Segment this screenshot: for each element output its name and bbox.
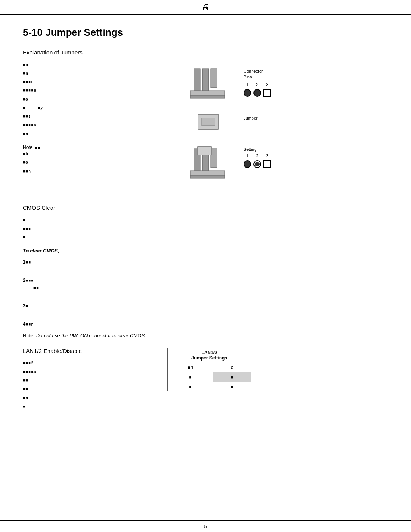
explanation-left: ■n ■h ■■■n ■■■■b ■o ■ ■y ■■s ■■■■o ■n No… — [23, 61, 183, 195]
cmos-section: CMOS Clear ■ ■■■ ■ To clear CMOS, 1■■ 2■… — [23, 204, 388, 339]
pin-circles-bottom — [244, 160, 271, 168]
pin-indicator-top: 3 2 1 — [244, 83, 271, 97]
step-3: 3■ — [23, 303, 388, 308]
pin-num-2b: 2 — [253, 154, 261, 158]
cmos-heading: CMOS Clear — [23, 204, 388, 211]
exp-note-line-2: ■o — [23, 159, 183, 166]
exp-line-4: ■■■■b — [23, 87, 183, 94]
connector-pins-label: ConnectorPins — [244, 69, 263, 80]
pin-num-2: 2 — [253, 83, 261, 87]
svg-rect-12 — [197, 147, 212, 155]
connector-diagram — [186, 65, 232, 195]
lan-table-row-1: ■ ■ — [168, 372, 251, 382]
exp-line-1: ■n — [23, 61, 183, 68]
svg-rect-0 — [194, 69, 200, 91]
lan-row1-col2: ■ — [213, 372, 251, 382]
cmos-line-3: ■ — [23, 233, 388, 241]
exp-line-3: ■■■n — [23, 78, 183, 85]
main-content: 5-10 Jumper Settings Explanation of Jump… — [0, 15, 411, 434]
pin-numbers-bottom: 3 2 1 — [244, 154, 271, 158]
step-4: 4■■n — [23, 321, 388, 327]
lan-line-6: ■ — [23, 403, 145, 410]
pin-circles-top — [244, 89, 271, 97]
pin-3b-filled — [244, 160, 251, 168]
connector-pins-group: ConnectorPins 3 2 1 — [244, 69, 271, 97]
exp-line-8: ■■■■o — [23, 121, 183, 129]
page-title: 5-10 Jumper Settings — [23, 27, 388, 38]
exp-note: Note: ■■ — [23, 145, 40, 150]
pin-num-1: 1 — [244, 83, 251, 87]
pin-1b-square — [263, 160, 271, 168]
jumper-label-group: Jumper — [244, 116, 271, 120]
lan-line-1: ■■■2 — [23, 359, 145, 367]
lan-line-5: ■n — [23, 394, 145, 401]
exp-line-2: ■h — [23, 70, 183, 77]
svg-rect-2 — [211, 69, 217, 88]
lan-left: LAN1/2 Enable/Disable ■■■2 ■■■■a ■■ ■■ ■… — [23, 348, 145, 411]
exp-note-line-3: ■■h — [23, 168, 183, 175]
page-number: 5 — [204, 524, 207, 529]
cmos-note-text: Do not use the PW_ON connector to clear … — [36, 333, 145, 339]
cmos-note: Note: Do not use the PW_ON connector to … — [23, 333, 388, 339]
step-2: 2■■■ — [23, 277, 388, 283]
lan-line-2: ■■■■a — [23, 368, 145, 375]
explanation-section: ■n ■h ■■■n ■■■■b ■o ■ ■y ■■s ■■■■o ■n No… — [23, 61, 388, 195]
lan-table-header: LAN1/2Jumper Settings — [168, 348, 251, 363]
lan-table-row-2: ■ ■ — [168, 382, 251, 391]
to-clear-label: To clear CMOS, — [23, 248, 388, 254]
lan-line-4: ■■ — [23, 385, 145, 393]
exp-line-7: ■■s — [23, 113, 183, 120]
lan-table-container: LAN1/2Jumper Settings ■n b ■ ■ ■ ■ — [167, 348, 251, 391]
lan-col-a-header: ■n — [168, 363, 213, 372]
setting-group: Setting 3 2 1 — [244, 147, 271, 168]
pin-1-square — [263, 89, 271, 97]
svg-rect-1 — [202, 69, 209, 91]
top-bar: 🖨 — [0, 0, 411, 15]
cmos-note-suffix: . — [145, 333, 146, 339]
exp-line-9: ■n — [23, 130, 183, 137]
lan-col-b-header: b — [213, 363, 251, 372]
connector-svg — [186, 65, 232, 194]
svg-rect-11 — [190, 175, 225, 178]
top-icon: 🖨 — [202, 3, 209, 11]
explanation-heading: Explanation of Jumpers — [23, 49, 388, 56]
pin-2b-jumper — [253, 160, 261, 168]
lan-row1-col1: ■ — [168, 372, 213, 382]
exp-line-6: ■ ■y — [23, 104, 183, 111]
step-2-sub: ■■ — [23, 284, 388, 290]
lan-row2-col1: ■ — [168, 382, 213, 391]
lan-section: LAN1/2 Enable/Disable ■■■2 ■■■■a ■■ ■■ ■… — [23, 348, 388, 411]
pin-num-3b: 3 — [263, 154, 271, 158]
svg-rect-4 — [190, 95, 225, 98]
bottom-bar: 5 — [0, 520, 411, 532]
svg-rect-6 — [202, 118, 215, 126]
pin-numbers-top: 3 2 1 — [244, 83, 271, 87]
pin-3-filled — [244, 89, 251, 97]
explanation-right: ConnectorPins 3 2 1 — [183, 61, 388, 195]
lan-table: LAN1/2Jumper Settings ■n b ■ ■ ■ ■ — [167, 348, 251, 391]
pin-2-filled — [253, 89, 261, 97]
lan-row2-col2: ■ — [213, 382, 251, 391]
jumper-label: Jumper — [244, 116, 271, 120]
cmos-line-1: ■ — [23, 216, 388, 224]
setting-label: Setting — [244, 147, 256, 152]
cmos-line-2: ■■■ — [23, 225, 388, 232]
pin-num-3: 3 — [263, 83, 271, 87]
lan-line-3: ■■ — [23, 377, 145, 384]
exp-line-5: ■o — [23, 96, 183, 103]
diagram-labels: ConnectorPins 3 2 1 — [244, 65, 271, 168]
pin-indicator-bottom: 3 2 1 — [244, 154, 271, 168]
exp-note-line-1: ■h — [23, 150, 183, 157]
step-1: 1■■ — [23, 259, 388, 265]
pin-num-1b: 1 — [244, 154, 251, 158]
lan-heading: LAN1/2 Enable/Disable — [23, 348, 145, 354]
